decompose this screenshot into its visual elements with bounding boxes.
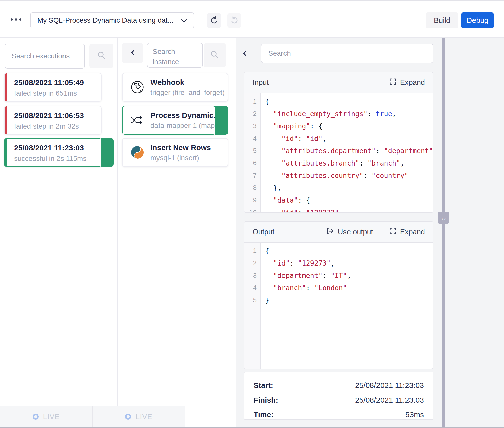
step-item-webhook[interactable]: Webhook trigger (fire_and_forget) <box>122 73 228 102</box>
execution-status-text: failed step in 651ms <box>14 89 84 97</box>
input-json-code: 1{2 "include_empty_strings": true,3 "map… <box>244 93 433 213</box>
dot <box>19 18 21 21</box>
step-title: Process Dynamic... <box>150 111 221 120</box>
finish-label: Finish: <box>254 396 278 404</box>
step-item-mysql[interactable]: Insert New Rows mysql-1 (insert) <box>122 138 228 167</box>
undo-icon <box>210 16 218 25</box>
search-icon <box>210 50 219 60</box>
output-json-code: 1{2 "id": "129273",3 "department": "IT",… <box>244 243 433 306</box>
expand-icon <box>389 227 396 236</box>
chevron-down-icon <box>181 16 187 24</box>
live-ring-icon <box>33 414 39 420</box>
finish-value: 25/08/2021 11:23:03 <box>355 396 424 404</box>
shuffle-icon <box>130 113 144 127</box>
redo-icon <box>230 16 239 25</box>
chevron-left-icon <box>243 50 247 57</box>
chevron-left-icon <box>131 50 135 57</box>
undo-button[interactable] <box>207 13 221 28</box>
resize-handle[interactable]: ↔ <box>438 212 449 224</box>
use-output-icon <box>326 227 334 236</box>
time-value: 53ms <box>405 410 424 419</box>
steps-panel: Search instance Webhook trigger (fire_an… <box>118 38 236 428</box>
output-title: Output <box>253 228 274 236</box>
execution-status-text: failed step in 2m 32s <box>14 122 84 130</box>
collapsed-right-area <box>445 38 504 428</box>
expand-label: Expand <box>400 78 425 87</box>
panel-resize-divider[interactable] <box>442 38 445 428</box>
run-info-row-time: Time: 53ms <box>254 407 424 422</box>
search-instance-button[interactable] <box>204 43 226 67</box>
search-instance-input[interactable]: Search instance <box>147 43 203 68</box>
step-item-data-mapper-selected[interactable]: Process Dynamic... data-mapper-1 (map... <box>122 106 216 135</box>
execution-item[interactable]: 25/08/2021 11:06:53 failed step in 2m 32… <box>4 106 102 135</box>
execution-timestamp: 25/08/2021 11:06:53 <box>14 111 84 120</box>
execution-timestamp: 25/08/2021 11:05:49 <box>14 78 84 87</box>
expand-input-button[interactable]: Expand <box>389 78 425 87</box>
status-accent-failed <box>5 106 7 134</box>
selected-indicator-tab <box>215 106 228 135</box>
output-section-header: Output Use output Expand <box>244 222 433 243</box>
input-code-editor[interactable]: 1{2 "include_empty_strings": true,3 "map… <box>244 93 433 213</box>
run-info-row-finish: Finish: 25/08/2021 11:23:03 <box>254 393 424 407</box>
globe-icon <box>130 80 144 94</box>
redo-button[interactable] <box>227 13 241 28</box>
more-options-button[interactable] <box>11 18 21 21</box>
dot <box>11 18 13 21</box>
output-code-viewer[interactable]: 1{2 "id": "129273",3 "department": "IT",… <box>244 243 433 369</box>
execution-item[interactable]: 25/08/2021 11:05:49 failed step in 651ms <box>4 73 102 102</box>
expand-label: Expand <box>400 228 425 236</box>
status-accent-failed <box>5 73 7 101</box>
dot <box>15 18 17 21</box>
input-title: Input <box>253 78 269 87</box>
collapse-detail-button[interactable] <box>240 49 250 58</box>
time-label: Time: <box>254 410 273 419</box>
collapse-panel-button[interactable] <box>122 43 143 63</box>
execution-timestamp: 25/08/2021 11:23:03 <box>14 144 86 152</box>
search-icon <box>97 51 106 61</box>
selected-indicator-tab <box>101 138 114 167</box>
live-ring-icon <box>125 414 131 420</box>
search-executions-button[interactable] <box>89 44 113 68</box>
start-value: 25/08/2021 11:23:03 <box>355 381 424 390</box>
run-info-row-start: Start: 25/08/2021 11:23:03 <box>254 378 424 393</box>
expand-output-button[interactable]: Expand <box>389 227 425 236</box>
step-subtitle: data-mapper-1 (map... <box>150 122 221 130</box>
workflow-name: My SQL-Process Dynamic Data using dat... <box>37 16 173 24</box>
search-executions-input[interactable] <box>5 44 85 69</box>
step-detail-panel: Input Expand 1{2 "include_empty_strings"… <box>236 38 442 428</box>
mysql-icon <box>130 145 144 159</box>
step-title: Insert New Rows <box>150 143 211 152</box>
output-section: Output Use output Expand 1{2 "id": " <box>244 221 433 369</box>
top-toolbar: My SQL-Process Dynamic Data using dat...… <box>0 0 504 38</box>
input-section: Input Expand 1{2 "include_empty_strings"… <box>244 72 433 213</box>
executions-live-footer: LIVE <box>0 406 93 427</box>
execution-item-selected[interactable]: 25/08/2021 11:23:03 successful in 2s 115… <box>4 138 102 167</box>
debug-button[interactable]: Debug <box>461 12 494 28</box>
build-button[interactable]: Build <box>426 12 458 28</box>
use-output-label: Use output <box>338 228 373 236</box>
live-label: LIVE <box>43 413 60 421</box>
expand-icon <box>389 78 396 87</box>
step-subtitle: mysql-1 (insert) <box>150 154 211 162</box>
use-output-button[interactable]: Use output <box>326 227 373 236</box>
executions-panel: 25/08/2021 11:05:49 failed step in 651ms… <box>0 38 118 428</box>
debug-label: Debug <box>467 16 488 25</box>
window-bottom-border <box>0 427 504 428</box>
horizontal-resize-icon: ↔ <box>440 214 447 222</box>
build-label: Build <box>434 16 450 25</box>
workflow-selector-dropdown[interactable]: My SQL-Process Dynamic Data using dat... <box>30 12 194 28</box>
execution-status-text: successful in 2s 115ms <box>14 155 86 163</box>
steps-live-footer: LIVE <box>93 406 185 427</box>
start-label: Start: <box>254 381 273 390</box>
run-info-box: Start: 25/08/2021 11:23:03 Finish: 25/08… <box>244 372 433 420</box>
input-section-header: Input Expand <box>244 72 433 93</box>
step-title: Webhook <box>150 78 225 87</box>
search-detail-input[interactable] <box>261 44 433 63</box>
status-accent-success <box>5 139 7 166</box>
live-label: LIVE <box>136 413 152 421</box>
step-subtitle: trigger (fire_and_forget) <box>150 89 225 97</box>
